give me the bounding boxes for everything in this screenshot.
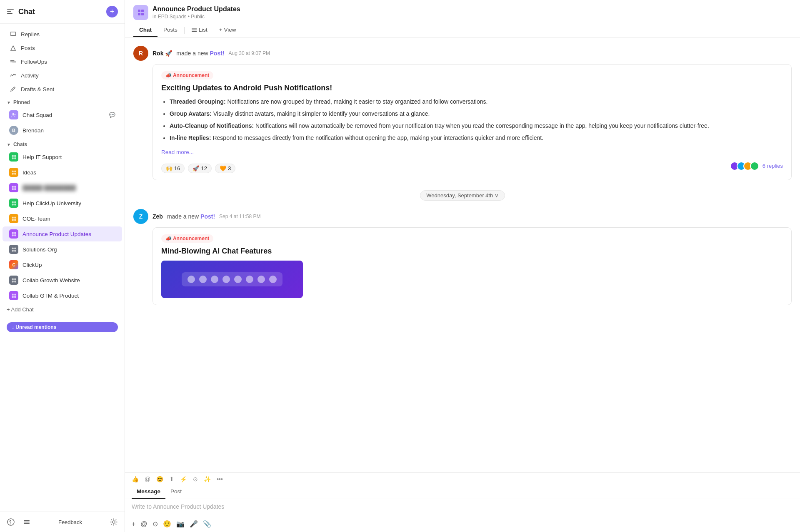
video-icon[interactable]: 📷	[176, 520, 185, 528]
svg-rect-8	[12, 157, 13, 159]
svg-rect-1	[7, 11, 11, 12]
bullet-2: Group Avatars: Visually distinct avatars…	[170, 109, 783, 118]
sidebar-item-brendan[interactable]: B Brendan	[2, 123, 122, 138]
lightning-icon[interactable]: ⚡	[180, 476, 187, 482]
clip-mention-icon[interactable]: ⊙	[152, 520, 158, 528]
help-clickup-avatar	[9, 199, 18, 208]
sidebar-item-ideas[interactable]: Ideas	[2, 165, 122, 180]
replies-info[interactable]: 6 replies	[732, 162, 783, 171]
sidebar-item-help-clickup[interactable]: Help ClickUp University	[2, 196, 122, 211]
channel-name: Announce Product Updates	[152, 5, 240, 13]
coe-team-avatar	[9, 214, 18, 223]
sidebar-item-announce[interactable]: Announce Product Updates	[2, 226, 122, 241]
mention-icon[interactable]: @	[140, 520, 147, 528]
sidebar-item-clickup[interactable]: C ClickUp	[2, 257, 122, 272]
ideas-label: Ideas	[22, 169, 115, 176]
footer-help-icon[interactable]	[5, 516, 17, 528]
settings-icon[interactable]	[108, 516, 120, 528]
svg-rect-38	[12, 293, 13, 295]
collab-gtm-label: Collab GTM & Product	[22, 293, 115, 299]
svg-rect-35	[14, 278, 16, 280]
sidebar-item-followups[interactable]: FollowUps	[2, 55, 122, 68]
sidebar-item-drafts[interactable]: Drafts & Sent	[2, 82, 122, 96]
blurred-label: █████ ████████	[22, 185, 115, 191]
brendan-avatar: B	[9, 126, 18, 135]
sidebar-item-solutions-org[interactable]: Solutions-Org	[2, 242, 122, 257]
sidebar-toggle-icon[interactable]	[7, 7, 14, 16]
sidebar-item-blurred[interactable]: █████ ████████	[2, 180, 122, 195]
at-icon[interactable]: @	[145, 476, 150, 482]
sidebar-item-followups-label: FollowUps	[21, 59, 47, 65]
sidebar-item-collab-growth[interactable]: Collab Growth Website	[2, 273, 122, 288]
tab-divider	[184, 27, 185, 34]
unread-mentions-button[interactable]: ↓ Unread mentions	[7, 322, 118, 332]
tab-add-view[interactable]: + View	[213, 23, 242, 37]
svg-rect-40	[12, 296, 13, 298]
message-toolbar: 👍 @ 😊 ⬆ ⚡ ⊙ ✨ •••	[125, 473, 800, 485]
post-title-2: Mind-Blowing AI Chat Features	[161, 247, 783, 256]
message-block-1: R Rok 🚀 made a new Post! Aug 30 at 9:07 …	[133, 46, 792, 180]
svg-rect-10	[12, 170, 13, 172]
chat-squad-label: Chat Squad	[22, 112, 105, 118]
sidebar-item-help-it[interactable]: Help IT Support	[2, 149, 122, 164]
message-1-avatar: R	[133, 46, 148, 61]
svg-rect-11	[14, 170, 16, 172]
svg-rect-45	[24, 523, 30, 524]
input-tabs: Message Post	[125, 485, 800, 499]
sidebar-item-chat-squad[interactable]: Chat Squad 💬	[2, 107, 122, 122]
reaction-3[interactable]: 🧡3	[215, 164, 235, 173]
tab-chat[interactable]: Chat	[133, 23, 158, 37]
emoji-icon[interactable]: 🙂	[163, 520, 171, 528]
sidebar-item-posts[interactable]: Posts	[2, 41, 122, 55]
svg-rect-44	[24, 522, 30, 522]
sidebar-item-collab-gtm[interactable]: Collab GTM & Product	[2, 288, 122, 303]
post-title-1: Exciting Updates to Android Push Notific…	[161, 84, 783, 92]
thumb-icon[interactable]: 👍	[132, 476, 139, 482]
tab-posts[interactable]: Posts	[158, 23, 183, 37]
date-pill[interactable]: Wednesday, September 4th ∨	[420, 190, 505, 201]
input-tab-post[interactable]: Post	[165, 485, 187, 499]
svg-rect-33	[14, 250, 16, 251]
reaction-1[interactable]: 🙌16	[161, 164, 185, 173]
pinned-section-header[interactable]: ▼ Pinned	[0, 96, 125, 107]
sidebar-item-replies[interactable]: Replies	[2, 27, 122, 41]
sidebar: Chat + Replies Posts FollowUps	[0, 0, 125, 532]
svg-rect-52	[192, 30, 197, 30]
message-1-time: Aug 30 at 9:07 PM	[229, 50, 270, 56]
svg-rect-22	[12, 216, 13, 218]
sidebar-item-replies-label: Replies	[21, 31, 40, 37]
message-1-action: made a new Post!	[176, 50, 224, 57]
sparkle-icon[interactable]: ✨	[204, 476, 211, 482]
svg-rect-48	[141, 10, 144, 12]
sidebar-item-coe-team[interactable]: COE-Team	[2, 211, 122, 226]
message-2-avatar: Z	[133, 209, 148, 224]
more-icon[interactable]: •••	[217, 476, 223, 482]
reaction-2[interactable]: 🚀12	[188, 164, 211, 173]
add-chat-button[interactable]: + Add Chat	[0, 303, 125, 316]
at2-icon[interactable]: ⊙	[193, 476, 198, 482]
mic-icon[interactable]: 🎤	[190, 520, 198, 528]
footer-list-icon[interactable]	[21, 516, 32, 528]
attach-icon[interactable]: 📎	[203, 520, 211, 528]
read-more-link[interactable]: Read more...	[161, 149, 194, 155]
message-input[interactable]: Write to Announce Product Updates	[125, 499, 800, 517]
bullet-4: In-line Replies: Respond to messages dir…	[170, 134, 783, 142]
chat-squad-bubble-icon: 💬	[109, 112, 115, 118]
sidebar-add-button[interactable]: +	[106, 6, 118, 17]
plus-icon[interactable]: +	[132, 520, 135, 528]
tab-list[interactable]: List	[185, 23, 213, 37]
upload-icon[interactable]: ⬆	[169, 476, 174, 482]
svg-rect-36	[12, 281, 13, 282]
chats-section-header[interactable]: ▼ Chats	[0, 138, 125, 149]
svg-rect-21	[14, 204, 16, 205]
smiley-icon[interactable]: 😊	[156, 476, 163, 482]
svg-rect-20	[12, 204, 13, 205]
sidebar-item-activity[interactable]: Activity	[2, 69, 122, 82]
chats-chevron-icon: ▼	[7, 142, 11, 147]
announcement-badge-2: 📣 Announcement	[161, 234, 213, 243]
feedback-button[interactable]: Feedback	[58, 519, 82, 525]
post-preview-image	[161, 261, 303, 298]
svg-rect-31	[14, 247, 16, 249]
help-clickup-label: Help ClickUp University	[22, 200, 115, 206]
input-tab-message[interactable]: Message	[132, 485, 165, 499]
